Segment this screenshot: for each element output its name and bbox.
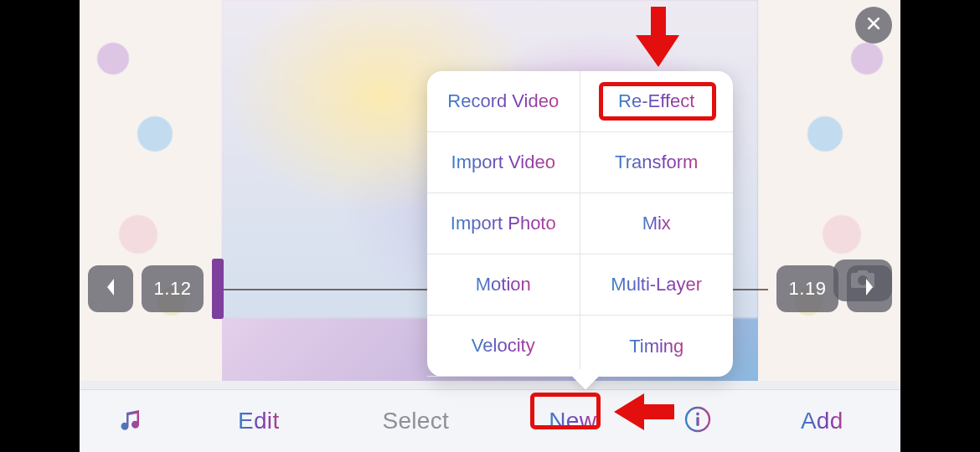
menu-item-import-video[interactable]: Import Video (427, 132, 580, 193)
music-note-icon (117, 407, 142, 435)
time-start-label: 1.12 (154, 278, 192, 300)
add-tab[interactable]: Add (744, 390, 901, 452)
info-icon (683, 405, 712, 437)
menu-item-motion[interactable]: Motion (427, 254, 580, 316)
video-editor-screen: 1.12 1.19 Edit (80, 0, 900, 452)
letterbox-left (0, 0, 80, 452)
new-tab-label: New (549, 408, 596, 434)
menu-item-re-effect[interactable]: Re-Effect (580, 71, 734, 132)
menu-item-label: Transform (615, 152, 698, 173)
edit-tab-label: Edit (238, 408, 279, 434)
menu-item-record-video[interactable]: Record Video (427, 71, 580, 132)
time-end-label: 1.19 (789, 278, 827, 300)
letterbox-right (900, 0, 980, 452)
menu-item-mix[interactable]: Mix (580, 193, 734, 254)
new-menu-popover: Record Video Re-Effect Import Video Tran… (427, 71, 733, 377)
menu-item-timing[interactable]: Timing (580, 316, 734, 377)
music-button[interactable] (80, 390, 180, 452)
new-tab[interactable]: New (494, 390, 652, 452)
menu-item-label: Multi-Layer (611, 274, 702, 295)
menu-item-label: Velocity (472, 335, 535, 357)
menu-item-label: Import Photo (451, 213, 556, 234)
next-clip-button[interactable] (847, 265, 892, 312)
menu-item-multi-layer[interactable]: Multi-Layer (580, 254, 734, 316)
info-button[interactable] (652, 390, 744, 452)
playhead[interactable] (212, 259, 224, 319)
menu-item-label: Mix (642, 213, 671, 234)
menu-item-velocity[interactable]: Velocity (427, 316, 580, 377)
close-button[interactable] (855, 7, 892, 44)
svg-rect-2 (696, 417, 699, 426)
menu-item-label: Timing (629, 336, 683, 357)
select-tab-label: Select (382, 408, 449, 434)
menu-item-label: Record Video (447, 90, 559, 112)
menu-item-label: Re-Effect (618, 90, 694, 112)
menu-item-label: Import Video (451, 152, 555, 173)
background-doodle-right (758, 0, 900, 381)
menu-item-import-photo[interactable]: Import Photo (427, 193, 580, 254)
edit-tab[interactable]: Edit (180, 390, 338, 452)
add-tab-label: Add (801, 408, 843, 434)
bottom-toolbar: Edit Select New Add (80, 389, 900, 452)
background-doodle-left (80, 0, 222, 381)
svg-point-1 (696, 413, 699, 416)
select-tab[interactable]: Select (338, 390, 495, 452)
close-icon (865, 15, 882, 35)
time-start-chip[interactable]: 1.12 (142, 265, 204, 312)
chevron-right-icon (863, 277, 876, 300)
menu-item-label: Motion (476, 274, 531, 295)
menu-item-transform[interactable]: Transform (580, 132, 734, 193)
prev-clip-button[interactable] (88, 265, 133, 312)
time-end-chip[interactable]: 1.19 (776, 265, 838, 312)
chevron-left-icon (104, 277, 117, 300)
